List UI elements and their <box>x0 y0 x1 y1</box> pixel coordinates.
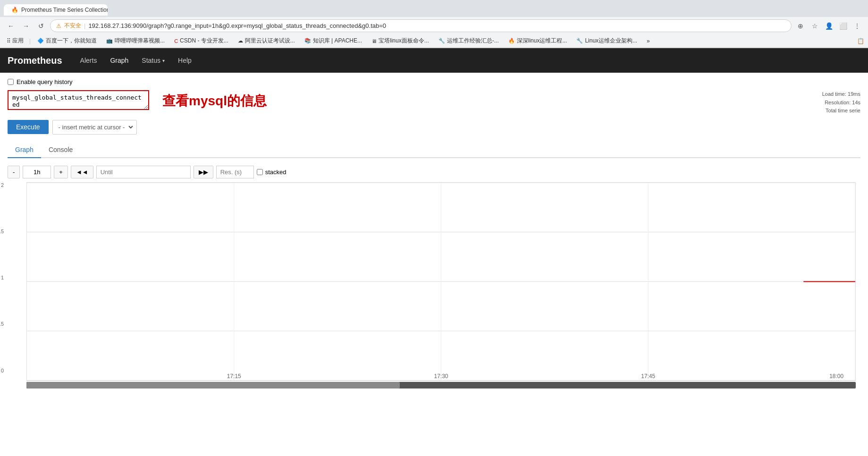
time-back-button[interactable]: ◄◄ <box>71 166 93 178</box>
tab-favicon: 🔥 <box>11 7 18 13</box>
res-input[interactable] <box>216 166 254 178</box>
total-series: Total time serie <box>822 107 860 115</box>
prometheus-navbar: Prometheus Alerts Graph Status ▾ Help <box>0 48 868 73</box>
query-history-row: Enable query history <box>8 78 860 85</box>
bookmark-icon-aliyun: ☁ <box>238 38 243 44</box>
metric-select-wrapper: - insert metric at cursor - <box>52 120 137 135</box>
load-time: Load time: 19ms <box>822 90 860 99</box>
bookmarks-bar: ⠿ 应用 | 🔷 百度一下，你就知道 📺 哔哩哔哩弹幕视频... C CSDN … <box>0 34 868 48</box>
bookmark-label-yunwei1: 运维工作经验汇总-... <box>447 37 499 45</box>
grid-icon: ⠿ <box>7 38 11 44</box>
profile-button[interactable]: 👤 <box>823 20 835 32</box>
svg-text:17:45: 17:45 <box>641 373 655 380</box>
scrollbar-area[interactable] <box>26 382 856 388</box>
url-input[interactable] <box>88 22 785 29</box>
bookmark-csdn[interactable]: C CSDN - 专业开发... <box>170 36 232 46</box>
bookmark-baota[interactable]: 🖥 宝塔linux面板命令... <box>368 36 433 46</box>
time-range-input[interactable] <box>23 166 51 178</box>
menu-button[interactable]: ⋮ <box>851 20 863 32</box>
prometheus-brand[interactable]: Prometheus <box>8 55 62 66</box>
bookmark-icon-baidu: 🔷 <box>37 38 44 44</box>
svg-text:18:00: 18:00 <box>829 373 843 380</box>
query-history-label[interactable]: Enable query history <box>17 78 73 85</box>
bookmark-label-linux-arch: Linux运维企业架构... <box>585 37 637 45</box>
bookmark-icon-linux-ops: 🔥 <box>508 38 515 44</box>
stacked-text: stacked <box>265 169 287 176</box>
bookmark-linux-arch[interactable]: 🔧 Linux运维企业架构... <box>573 36 641 46</box>
bookmark-label-zhishiku: 知识库 | APACHE... <box>313 37 362 45</box>
time-minus-button[interactable]: - <box>8 166 20 178</box>
apps-button[interactable]: ⠿ 应用 <box>4 36 26 46</box>
translate-button[interactable]: ⊕ <box>794 20 807 32</box>
svg-text:17:30: 17:30 <box>434 373 448 380</box>
nav-alerts[interactable]: Alerts <box>74 49 104 72</box>
load-info: Load time: 19ms Resolution: 14s Total ti… <box>822 90 860 115</box>
bookmark-baidu[interactable]: 🔷 百度一下，你就知道 <box>34 36 101 46</box>
tab-graph[interactable]: Graph <box>8 142 41 158</box>
bookmark-icon-zhishiku: 📚 <box>304 38 311 44</box>
main-content: Enable query history mysql_global_status… <box>0 73 868 394</box>
stacked-label[interactable]: stacked <box>257 169 287 176</box>
forward-button[interactable]: → <box>20 20 32 32</box>
y-label-15: 1.5 <box>0 228 6 234</box>
nav-status[interactable]: Status ▾ <box>135 49 171 72</box>
bookmark-yunwei1[interactable]: 🔧 运维工作经验汇总-... <box>435 36 503 46</box>
tab-title: Prometheus Time Series Collection and ..… <box>21 7 108 13</box>
security-icon: ⚠ <box>56 23 61 29</box>
bookmark-more[interactable]: » <box>643 37 654 45</box>
bookmark-aliyun[interactable]: ☁ 阿里云认证考试设... <box>234 36 299 46</box>
time-plus-button[interactable]: + <box>54 166 68 178</box>
bookmark-icon-bilibili: 📺 <box>106 38 113 44</box>
y-label-1: 1 <box>0 275 6 280</box>
bookmark-label-linux-ops: 深深linux运维工程... <box>517 37 567 45</box>
y-axis: 0 0.5 1 1.5 2 <box>0 182 6 374</box>
apps-label: 应用 <box>12 37 24 45</box>
tabs-row: Graph Console <box>8 142 860 158</box>
more-bookmarks-label: » <box>647 38 650 44</box>
chart-container: 0 0.5 1 1.5 2 17:15 <box>8 182 860 388</box>
annotation-text: 查看mysql的信息 <box>153 90 276 112</box>
nav-graph[interactable]: Graph <box>103 49 135 72</box>
until-input[interactable] <box>96 166 191 178</box>
time-forward-button[interactable]: ▶▶ <box>194 166 213 178</box>
resolution: Resolution: 14s <box>822 99 860 107</box>
bookmark-label-csdn: CSDN - 专业开发... <box>180 37 228 45</box>
controls-row: Execute - insert metric at cursor - <box>8 120 860 135</box>
tab-console[interactable]: Console <box>41 142 80 158</box>
nav-help[interactable]: Help <box>171 49 198 72</box>
execute-button[interactable]: Execute <box>8 120 49 134</box>
browser-tab[interactable]: 🔥 Prometheus Time Series Collection and … <box>4 4 108 16</box>
graph-controls: - + ◄◄ ▶▶ stacked <box>8 166 860 178</box>
stacked-checkbox[interactable] <box>257 169 263 175</box>
y-label-05: 0.5 <box>0 321 6 327</box>
query-input-row: mysql_global_status_threads_connected 查看… <box>8 90 860 115</box>
bookmark-separator-1: | <box>29 38 31 44</box>
bookmark-label-aliyun: 阿里云认证考试设... <box>245 37 295 45</box>
bookmark-icon-csdn: C <box>174 38 178 44</box>
bookmark-icon-linux-arch: 🔧 <box>576 38 583 44</box>
nav-status-dropdown-icon: ▾ <box>162 58 165 63</box>
svg-text:17:15: 17:15 <box>227 373 241 380</box>
chart-area: 17:15 17:30 17:45 18:00 <box>26 182 856 381</box>
bookmark-bilibili[interactable]: 📺 哔哩哔哩弹幕视频... <box>102 36 169 46</box>
pipe-separator: | <box>84 22 85 29</box>
y-label-0: 0 <box>0 368 6 373</box>
metric-select[interactable]: - insert metric at cursor - <box>55 120 135 134</box>
bookmark-label-bilibili: 哔哩哔哩弹幕视频... <box>115 37 165 45</box>
nav-status-label: Status <box>142 57 160 64</box>
bookmark-button[interactable]: ☆ <box>809 20 821 32</box>
address-bar: ⚠ 不安全 | <box>50 19 792 32</box>
chart-svg: 17:15 17:30 17:45 18:00 <box>26 182 856 381</box>
bookmark-zhishiku[interactable]: 📚 知识库 | APACHE... <box>301 36 366 46</box>
bookmark-linux-ops[interactable]: 🔥 深深linux运维工程... <box>505 36 571 46</box>
extensions-button[interactable]: ⬜ <box>837 20 849 32</box>
query-textarea[interactable]: mysql_global_status_threads_connected <box>8 90 149 110</box>
back-button[interactable]: ← <box>5 20 17 32</box>
bookmark-icon-baota: 🖥 <box>371 38 377 44</box>
bookmark-label-baota: 宝塔linux面板命令... <box>379 37 429 45</box>
y-label-2: 2 <box>0 182 6 188</box>
reload-button[interactable]: ↺ <box>35 20 47 32</box>
query-history-checkbox[interactable] <box>8 79 14 85</box>
security-label: 不安全 <box>64 22 81 30</box>
scrollbar-thumb[interactable] <box>26 382 400 388</box>
